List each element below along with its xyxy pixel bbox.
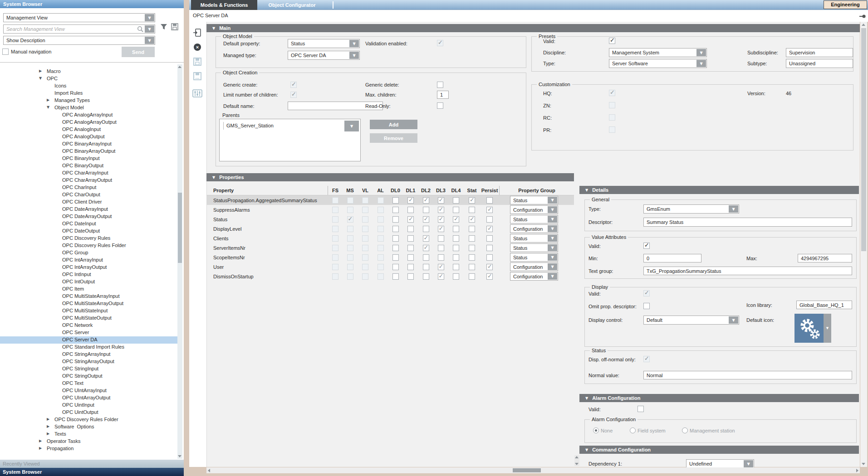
tree-item[interactable]: OPC StringInput [0, 365, 177, 373]
managed-type-select[interactable]: OPC Server DA ▼ [288, 51, 360, 60]
tree-item[interactable]: OPC UIntArrayOutput [0, 394, 177, 402]
tree-scrollbar[interactable] [177, 64, 182, 459]
tree-item[interactable]: OPC CharOutput [0, 191, 177, 199]
expand-arrow-icon[interactable]: ▶ [39, 439, 42, 443]
display-control-select[interactable]: Default ▼ [643, 316, 739, 325]
chevron-down-icon[interactable]: ▼ [548, 273, 557, 280]
flag-checkbox[interactable] [469, 207, 475, 213]
chevron-down-icon[interactable]: ▼ [548, 263, 557, 270]
flag-checkbox[interactable] [453, 235, 459, 242]
tree-item[interactable]: OPC Item [0, 286, 177, 293]
flag-checkbox[interactable] [438, 254, 444, 261]
tab-object-configurator[interactable]: Object Configurator [257, 0, 327, 10]
flag-checkbox[interactable] [423, 207, 429, 213]
min-input[interactable]: 0 [643, 254, 701, 262]
flag-checkbox[interactable] [486, 235, 493, 242]
chevron-down-icon[interactable]: ▼ [548, 216, 557, 223]
chevron-down-icon[interactable]: ▼ [548, 197, 557, 204]
flag-checkbox[interactable] [407, 226, 414, 232]
flag-checkbox[interactable] [453, 197, 459, 204]
scroll-up-icon[interactable] [862, 24, 865, 26]
chevron-down-icon[interactable]: ▼ [548, 235, 557, 242]
chevron-down-icon[interactable]: ▼ [145, 25, 154, 33]
tree-item[interactable]: OPC MultiStateArrayOutput [0, 300, 177, 307]
flag-checkbox[interactable] [453, 226, 459, 232]
descriptor-input[interactable]: Summary Status [643, 218, 852, 227]
flag-checkbox[interactable] [453, 207, 459, 213]
flag-checkbox[interactable] [423, 264, 429, 270]
property-group-select[interactable]: Configuration▼ [510, 262, 558, 271]
flag-checkbox[interactable] [407, 254, 414, 261]
scroll-down-icon[interactable] [178, 455, 181, 457]
tree-item[interactable]: OPC Client Driver [0, 199, 177, 206]
flag-checkbox[interactable] [453, 264, 459, 270]
main-vertical-scrollbar[interactable] [860, 22, 867, 467]
flag-checkbox[interactable] [392, 216, 399, 223]
flag-checkbox[interactable] [469, 245, 475, 251]
flag-checkbox[interactable] [407, 235, 414, 242]
flag-checkbox[interactable] [453, 245, 459, 251]
max-input[interactable]: 4294967295 [798, 254, 852, 262]
tree-item[interactable]: OPC MultiStateOutput [0, 315, 177, 322]
tree-item-selected[interactable]: OPC Server DA [0, 336, 177, 344]
property-group-select[interactable]: Status▼ [510, 234, 558, 243]
flag-checkbox[interactable] [392, 197, 399, 204]
section-header-details[interactable]: ▼ Details [579, 186, 859, 194]
property-row[interactable]: SuppressAlarmsConfiguration▼ [206, 205, 574, 214]
default-property-select[interactable]: Status ▼ [288, 39, 360, 48]
section-header-properties[interactable]: ▼ Properties [206, 173, 574, 181]
filter-settings-icon[interactable] [192, 88, 203, 99]
flag-checkbox[interactable] [486, 264, 493, 270]
scroll-down-icon[interactable] [862, 463, 865, 465]
property-row[interactable]: ClientsStatus▼ [206, 233, 574, 243]
tree-item[interactable]: Icons [0, 83, 177, 90]
tree-item[interactable]: OPC StringArrayInput [0, 351, 177, 358]
tree-item[interactable]: ▶Managed Types [0, 97, 177, 104]
flag-checkbox[interactable] [438, 245, 444, 251]
magnifier-icon[interactable] [137, 26, 144, 34]
chevron-down-icon[interactable]: ▼ [729, 205, 738, 213]
property-row[interactable]: DisplayLevelConfiguration▼ [206, 224, 574, 233]
add-button[interactable]: Add [370, 120, 417, 129]
presets-valid-checkbox[interactable] [609, 38, 615, 44]
property-group-select[interactable]: Status▼ [510, 253, 558, 262]
flag-checkbox[interactable] [469, 216, 475, 223]
property-row-selected[interactable]: StatusPropagation.AggregatedSummaryStatu… [206, 195, 574, 205]
tree-item[interactable]: OPC CharArrayOutput [0, 177, 177, 184]
expand-arrow-icon[interactable]: ▶ [39, 446, 42, 450]
discipline-select[interactable]: Management System ▼ [609, 48, 707, 57]
tree-item[interactable]: OPC AnalogOutput [0, 133, 177, 141]
flag-checkbox[interactable] [392, 226, 399, 232]
flag-checkbox[interactable] [486, 207, 493, 213]
chevron-down-icon[interactable]: ▼ [349, 52, 359, 59]
alarm-field-system-radio[interactable] [630, 427, 636, 433]
chevron-down-icon[interactable]: ▼ [548, 225, 557, 232]
chevron-down-icon[interactable]: ▼ [548, 244, 557, 251]
chevron-down-icon[interactable]: ▼ [548, 206, 557, 213]
alarm-management-station-radio[interactable] [682, 427, 688, 433]
tab-models-functions[interactable]: Models & Functions [191, 0, 257, 10]
flag-checkbox[interactable] [469, 197, 475, 204]
tree-item[interactable]: ▼OPC [0, 75, 177, 83]
tree-item[interactable]: OPC Text [0, 380, 177, 387]
section-header-command-configuration[interactable]: ▼ Command Configuration [579, 446, 859, 454]
read-only-checkbox[interactable] [437, 102, 443, 109]
tree-item[interactable]: OPC DateInput [0, 220, 177, 228]
collapse-arrow-icon[interactable]: ▼ [47, 105, 49, 109]
flag-checkbox[interactable] [438, 273, 444, 280]
collapse-triangle-icon[interactable]: ▼ [585, 188, 588, 192]
flag-checkbox[interactable] [469, 264, 475, 270]
flag-checkbox[interactable] [486, 273, 493, 280]
save-all-icon[interactable] [192, 71, 203, 82]
table-scrollbar[interactable] [574, 455, 579, 466]
gears-icon[interactable] [794, 314, 824, 343]
flag-checkbox[interactable] [392, 254, 399, 261]
property-row[interactable]: ScopeItemsNrStatus▼ [206, 253, 574, 262]
tree-item[interactable]: OPC CharInput [0, 184, 177, 191]
tree-item[interactable]: OPC UintInput [0, 402, 177, 409]
tree-item[interactable]: OPC IntArrayOutput [0, 264, 177, 271]
flag-checkbox[interactable] [486, 245, 493, 251]
scroll-down-icon[interactable] [575, 463, 579, 465]
tree-item[interactable]: OPC BinaryArrayInput [0, 141, 177, 148]
tree-item[interactable]: ▶Propagation [0, 445, 177, 452]
